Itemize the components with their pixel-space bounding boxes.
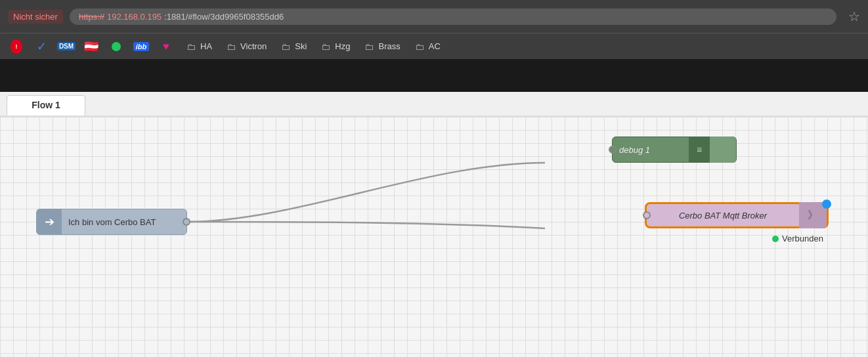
- mqtt-node[interactable]: Cerbo BAT Mqtt Broker 》: [645, 202, 829, 228]
- check-icon: ✓: [35, 41, 47, 52]
- bookmarks-bar: ! ✓ DSM 🇦🇹 ibb ♥ 🗀 HA 🗀 Victron: [0, 33, 868, 59]
- wire-connections: [0, 117, 868, 357]
- mqtt-node-connected-dot: [822, 200, 831, 209]
- bookmark-brass-label: Brass: [378, 41, 400, 51]
- ibb-icon: ibb: [135, 41, 147, 52]
- url-host: 192.168.0.195: [107, 12, 162, 22]
- green-dot-icon: [110, 41, 122, 52]
- bookmark-hzg-label: Hzg: [335, 41, 350, 51]
- ski-folder-icon: 🗀: [280, 41, 292, 52]
- bookmark-heart[interactable]: ♥: [155, 38, 177, 55]
- ha-folder-icon: 🗀: [185, 41, 197, 52]
- flow-canvas[interactable]: ➔ Ich bin vom Cerbo BAT debug 1 ≡ Cerbo …: [0, 117, 868, 357]
- bookmark-fritzbox[interactable]: !: [5, 38, 28, 55]
- inject-node[interactable]: ➔ Ich bin vom Cerbo BAT: [36, 209, 187, 235]
- inject-node-arrow-icon: ➔: [37, 209, 62, 235]
- browser-bar: Nicht sicher https:// 192.168.0.195 :188…: [0, 0, 868, 33]
- bookmark-victron[interactable]: 🗀 Victron: [220, 38, 272, 55]
- bookmark-ac[interactable]: 🗀 AC: [408, 38, 446, 55]
- heart-icon: ♥: [160, 41, 172, 52]
- flow-tab-bar: Flow 1: [0, 92, 868, 117]
- verbunden-text: Verbunden: [782, 234, 823, 243]
- bookmark-brass[interactable]: 🗀 Brass: [358, 38, 405, 55]
- hzg-folder-icon: 🗀: [320, 41, 332, 52]
- mqtt-node-input-port: [643, 211, 651, 219]
- debug-node[interactable]: debug 1 ≡: [612, 136, 737, 163]
- debug-node-input-port: [609, 146, 617, 154]
- bookmark-hzg[interactable]: 🗀 Hzg: [315, 38, 355, 55]
- bookmark-victron-label: Victron: [240, 41, 267, 51]
- connected-green-dot: [772, 236, 779, 242]
- bookmark-ski[interactable]: 🗀 Ski: [274, 38, 312, 55]
- bookmark-greendot[interactable]: [105, 38, 127, 55]
- bookmark-ac-label: AC: [429, 41, 441, 51]
- bookmark-star-icon[interactable]: ☆: [848, 9, 860, 24]
- bookmark-austria[interactable]: 🇦🇹: [80, 38, 102, 55]
- inject-node-output-port: [183, 218, 190, 226]
- ac-folder-icon: 🗀: [414, 41, 425, 52]
- debug-node-menu-button[interactable]: ≡: [689, 136, 710, 163]
- mqtt-connected-status: Verbunden: [772, 234, 823, 243]
- bookmark-dsm[interactable]: DSM: [55, 38, 77, 55]
- bookmark-ibb[interactable]: ibb: [130, 38, 152, 55]
- not-secure-label: Nicht sicher: [8, 10, 63, 24]
- bookmark-check[interactable]: ✓: [30, 38, 53, 55]
- debug-node-toggle-button[interactable]: [710, 136, 736, 163]
- bookmark-ha-label: HA: [200, 41, 212, 51]
- fritzbox-icon: !: [11, 41, 22, 52]
- node-red-header: [0, 59, 868, 92]
- bookmark-ski-label: Ski: [295, 41, 307, 51]
- flow-tab-1[interactable]: Flow 1: [7, 95, 85, 116]
- mqtt-node-label: Cerbo BAT Mqtt Broker: [647, 211, 799, 220]
- inject-node-label: Ich bin vom Cerbo BAT: [62, 217, 186, 227]
- brass-folder-icon: 🗀: [363, 41, 375, 52]
- victron-folder-icon: 🗀: [225, 41, 237, 52]
- url-bar[interactable]: https:// 192.168.0.195 :1881/#flow/3dd99…: [70, 9, 836, 25]
- url-path: :1881/#flow/3dd9965f08355dd6: [164, 12, 284, 22]
- bookmark-ha[interactable]: 🗀 HA: [180, 38, 217, 55]
- url-https: https://: [79, 12, 104, 22]
- debug-node-label: debug 1: [613, 145, 689, 155]
- austria-icon: 🇦🇹: [85, 41, 97, 52]
- dsm-icon: DSM: [60, 41, 72, 52]
